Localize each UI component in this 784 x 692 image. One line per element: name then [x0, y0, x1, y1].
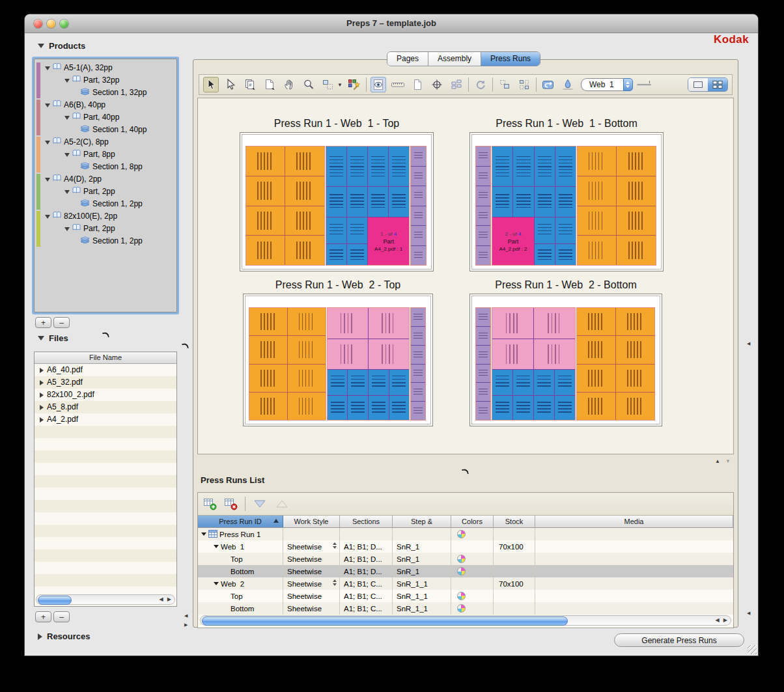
press-run-id-cell[interactable]: Press Run 1: [198, 528, 283, 540]
step-repeat-cell[interactable]: SnR_1_1: [393, 602, 451, 615]
disclosure-down-icon[interactable]: [201, 533, 206, 536]
add-product-button[interactable]: +: [35, 317, 51, 328]
zoom-tool-icon[interactable]: [301, 77, 316, 92]
stock-cell[interactable]: [494, 553, 535, 565]
press-run-id-cell[interactable]: Top: [198, 590, 283, 602]
file-row[interactable]: A5_8.pdf: [35, 401, 176, 413]
pan-tool-icon[interactable]: [281, 77, 297, 92]
sections-cell[interactable]: A1; B1; D...: [340, 565, 393, 577]
colors-cell[interactable]: [451, 577, 494, 590]
remove-file-button[interactable]: –: [53, 611, 70, 622]
scrollbar-arrows[interactable]: ◀ ▶: [715, 617, 729, 623]
colors-cell[interactable]: [451, 590, 494, 602]
press-run-row[interactable]: Web 2SheetwiseA1; B1; C...SnR_1_170x100: [198, 577, 733, 590]
part-row[interactable]: Part, 8pp: [35, 148, 176, 161]
disclosure-down-icon[interactable]: [214, 545, 219, 548]
product-row[interactable]: A4(D), 2pp: [35, 173, 176, 186]
column-header-step[interactable]: Step &: [393, 516, 451, 527]
work-style-cell[interactable]: Sheetwise: [283, 590, 340, 602]
disclosure-down-icon[interactable]: [64, 153, 70, 157]
section-row[interactable]: Section 1, 8pp: [35, 161, 176, 173]
disclosure-down-icon[interactable]: [64, 116, 70, 120]
product-row[interactable]: A5-1(A), 32pp: [35, 62, 176, 74]
disclosure-down-icon[interactable]: [45, 104, 50, 107]
add-file-button[interactable]: +: [35, 611, 51, 622]
press-run-id-cell[interactable]: Bottom: [198, 565, 283, 577]
products-section-header[interactable]: Products: [38, 41, 85, 51]
press-run-row[interactable]: BottomSheetwiseA1; B1; C...SnR_1_1: [198, 602, 733, 615]
work-style-cell[interactable]: Sheetwise: [283, 553, 340, 565]
collapse-pane-arrow[interactable]: ◀: [747, 341, 750, 346]
select-tool-icon[interactable]: [203, 77, 219, 92]
remove-product-button[interactable]: –: [53, 317, 70, 328]
numbered-pages-tool-icon[interactable]: #: [242, 77, 258, 92]
collapse-pane-arrow[interactable]: ◀: [747, 611, 750, 615]
web-selector-stepper[interactable]: [623, 78, 633, 91]
stock-cell[interactable]: [494, 590, 535, 602]
disclosure-down-icon[interactable]: [214, 582, 219, 585]
press-run-row[interactable]: BottomSheetwiseA1; B1; D...SnR_1: [198, 565, 733, 577]
zoom-slider[interactable]: [637, 84, 651, 86]
split-view-tool-icon[interactable]: [449, 77, 464, 92]
press-sheet[interactable]: [243, 294, 433, 426]
delete-press-run-button[interactable]: [224, 498, 238, 510]
press-sheet[interactable]: [469, 294, 662, 426]
marquee-zoom-dropdown-icon[interactable]: ▼: [337, 82, 343, 88]
marquee-zoom-tool-icon[interactable]: [320, 77, 336, 92]
work-style-cell[interactable]: [283, 528, 340, 540]
column-header-press-run-id[interactable]: Press Run ID: [198, 516, 283, 527]
disclosure-down-icon[interactable]: [38, 336, 44, 340]
colors-cell[interactable]: [451, 553, 494, 565]
disclosure-down-icon[interactable]: [45, 141, 50, 145]
work-style-cell[interactable]: Sheetwise: [283, 577, 340, 590]
page-proof-tool-icon[interactable]: [410, 77, 425, 92]
add-press-run-button[interactable]: [203, 498, 217, 510]
stock-cell[interactable]: [494, 565, 535, 577]
files-section-header[interactable]: Files: [38, 333, 68, 343]
media-cell[interactable]: [535, 553, 733, 565]
splitter-handle-icon[interactable]: [102, 331, 109, 339]
stock-cell[interactable]: [494, 528, 535, 540]
column-header-stock[interactable]: Stock: [494, 516, 535, 527]
media-cell[interactable]: [535, 577, 733, 590]
product-row[interactable]: A5-2(C), 8pp: [35, 136, 176, 148]
press-sheet[interactable]: 1 - of 4PartA4_2.pdf : 1: [240, 132, 434, 271]
single-view-button[interactable]: [688, 78, 708, 91]
direct-select-tool-icon[interactable]: [223, 77, 238, 92]
stock-cell[interactable]: 70x100: [494, 540, 535, 553]
section-row[interactable]: Section 1, 2pp: [35, 235, 176, 247]
section-row[interactable]: Section 1, 40pp: [35, 124, 176, 136]
part-row[interactable]: Part, 2pp: [35, 223, 176, 235]
press-run-id-cell[interactable]: Web 1: [198, 540, 283, 553]
step-repeat-cell[interactable]: [393, 528, 451, 540]
generate-press-runs-button[interactable]: Generate Press Runs: [614, 633, 744, 647]
part-row[interactable]: Part, 2pp: [35, 186, 176, 198]
web-selector[interactable]: Web 1: [581, 78, 633, 91]
column-header-colors[interactable]: Colors: [451, 516, 494, 527]
stock-cell[interactable]: 70x100: [494, 577, 535, 590]
sections-cell[interactable]: A1; B1; D...: [340, 540, 393, 553]
collapse-pane-arrow[interactable]: ▶: [184, 622, 188, 627]
pane-splitter-arrows[interactable]: ▲▼: [715, 458, 736, 464]
disclosure-down-icon[interactable]: [45, 178, 50, 182]
disclosure-right-icon[interactable]: [40, 380, 44, 385]
files-horizontal-scrollbar[interactable]: ◀ ▶: [36, 594, 175, 605]
disclosure-right-icon[interactable]: [40, 368, 44, 373]
work-style-cell[interactable]: Sheetwise: [283, 540, 340, 553]
disclosure-down-icon[interactable]: [64, 227, 70, 231]
disclosure-right-icon[interactable]: [38, 633, 42, 640]
scrollbar-arrows[interactable]: ◀ ▶: [159, 596, 173, 602]
section-row[interactable]: Section 1, 2pp: [35, 198, 176, 210]
go-back-tool-icon[interactable]: [540, 77, 556, 92]
disclosure-right-icon[interactable]: [40, 417, 44, 422]
tab-press-runs[interactable]: Press Runs: [481, 52, 540, 66]
press-run-id-cell[interactable]: Web 2: [198, 577, 283, 590]
step-repeat-cell[interactable]: SnR_1: [393, 553, 451, 565]
disclosure-down-icon[interactable]: [45, 66, 50, 70]
media-cell[interactable]: [535, 528, 733, 540]
press-run-row[interactable]: TopSheetwiseA1; B1; D...SnR_1: [198, 553, 733, 565]
work-style-stepper[interactable]: [333, 542, 337, 549]
resources-section-header[interactable]: Resources: [38, 631, 90, 641]
disclosure-down-icon[interactable]: [38, 44, 44, 48]
tab-assembly[interactable]: Assembly: [428, 52, 481, 66]
